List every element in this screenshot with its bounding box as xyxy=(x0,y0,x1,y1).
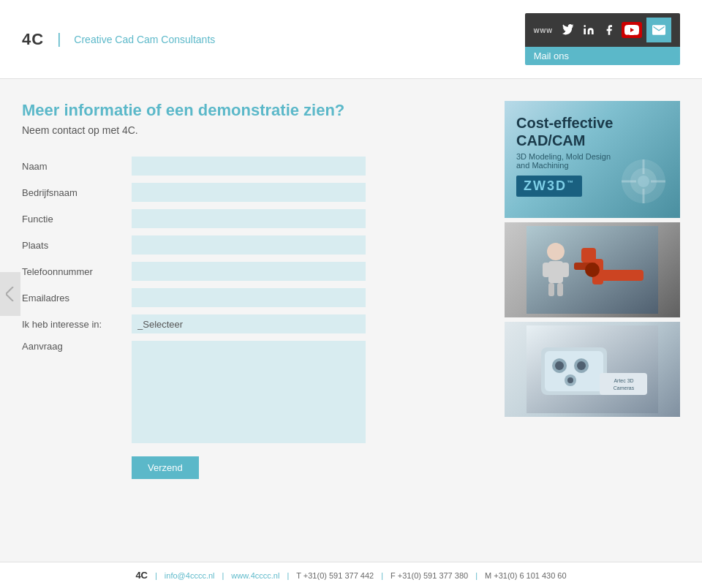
robot-arm-image xyxy=(505,222,680,317)
machinery-illustration xyxy=(614,152,673,211)
svg-rect-17 xyxy=(562,263,569,277)
label-interesse: Ik heb interesse in: xyxy=(22,319,132,330)
logo-divider: | xyxy=(57,31,61,48)
robot-arm-svg xyxy=(526,226,658,314)
mail-icon-button[interactable] xyxy=(646,18,671,42)
header: 4C | Creative Cad Cam Consultants www xyxy=(0,0,702,79)
submit-button[interactable]: Verzend xyxy=(132,456,199,479)
footer-phone-f: F +31(0) 591 377 380 xyxy=(390,571,468,580)
right-sidebar: Cost-effective CAD/CAM 3D Modeling, Mold… xyxy=(505,101,680,479)
form-row-plaats: Plaats xyxy=(22,235,483,255)
product-svg: Artec 3D Cameras xyxy=(526,325,658,413)
label-functie: Functie xyxy=(22,214,132,225)
svg-point-0 xyxy=(584,25,586,27)
svg-rect-29 xyxy=(600,373,647,395)
form-row-bedrijfsnaam: Bedrijfsnaam xyxy=(22,183,483,202)
footer-website[interactable]: www.4cccc.nl xyxy=(231,571,279,580)
social-bar: www Mail ons xyxy=(525,13,680,65)
svg-point-28 xyxy=(567,377,573,383)
footer-divider-1: | xyxy=(155,571,157,580)
svg-point-3 xyxy=(638,176,649,187)
footer-divider-5: | xyxy=(475,571,478,580)
textarea-aanvraag[interactable] xyxy=(132,341,366,443)
footer-email[interactable]: info@4cccc.nl xyxy=(165,571,215,580)
main-content: Meer informatie of een demonstratie zien… xyxy=(0,79,702,494)
svg-text:Cameras: Cameras xyxy=(614,385,635,391)
zw3d-logo: ZW3D™ xyxy=(516,176,582,197)
twitter-icon[interactable] xyxy=(560,22,576,38)
svg-rect-19 xyxy=(557,283,563,296)
svg-point-14 xyxy=(547,243,565,260)
footer-divider-2: | xyxy=(222,571,224,580)
input-bedrijfsnaam[interactable] xyxy=(132,183,366,202)
left-nav-arrow[interactable] xyxy=(0,272,20,316)
mail-ons-label: Mail ons xyxy=(534,50,569,61)
footer-divider-4: | xyxy=(381,571,383,580)
svg-rect-16 xyxy=(543,263,550,277)
youtube-icon[interactable] xyxy=(622,22,642,38)
form-row-aanvraag: Aanvraag xyxy=(22,341,483,443)
form-row-interesse: Ik heb interesse in: _Selecteer ZW3D Dem… xyxy=(22,314,483,333)
promo-box: Cost-effective CAD/CAM 3D Modeling, Mold… xyxy=(505,101,680,218)
linkedin-icon[interactable] xyxy=(581,22,597,38)
footer-phone-m: M +31(0) 6 101 430 60 xyxy=(485,571,567,580)
svg-point-13 xyxy=(585,263,600,277)
social-icons-row: www xyxy=(525,13,680,47)
form-row-emailadres: Emailadres xyxy=(22,288,483,307)
input-functie[interactable] xyxy=(132,209,366,228)
page-subtitle: Neem contact op met 4C. xyxy=(22,124,483,136)
label-telefoonnummer: Telefoonnummer xyxy=(22,266,132,277)
label-plaats: Plaats xyxy=(22,240,132,251)
svg-rect-9 xyxy=(600,270,644,281)
logo-4c: 4C xyxy=(22,30,44,49)
label-emailadres: Emailadres xyxy=(22,293,132,304)
promo-title-line1: Cost-effective CAD/CAM xyxy=(516,114,668,149)
footer-logo: 4C xyxy=(135,570,148,581)
form-row-functie: Functie xyxy=(22,209,483,228)
form-section: Meer informatie of een demonstratie zien… xyxy=(22,101,483,479)
svg-point-24 xyxy=(555,361,564,370)
label-bedrijfsnaam: Bedrijfsnaam xyxy=(22,187,132,198)
form-row-telefoonnummer: Telefoonnummer xyxy=(22,262,483,281)
svg-point-26 xyxy=(577,361,586,370)
footer: 4C | info@4cccc.nl | www.4cccc.nl | T +3… xyxy=(0,562,702,588)
svg-rect-11 xyxy=(581,248,596,263)
input-emailadres[interactable] xyxy=(132,288,366,307)
label-aanvraag: Aanvraag xyxy=(22,341,132,352)
product-image: Artec 3D Cameras xyxy=(505,322,680,417)
www-label: www xyxy=(534,22,556,38)
footer-divider-3: | xyxy=(287,571,289,580)
logo-text: Creative Cad Cam Consultants xyxy=(74,34,215,45)
select-interesse[interactable]: _Selecteer ZW3D Demonstratie Overig xyxy=(132,314,366,333)
input-naam[interactable] xyxy=(132,157,366,176)
svg-text:Artec 3D: Artec 3D xyxy=(614,378,633,383)
svg-rect-18 xyxy=(548,283,554,296)
label-naam: Naam xyxy=(22,161,132,172)
page-title: Meer informatie of een demonstratie zien… xyxy=(22,101,483,120)
svg-rect-22 xyxy=(545,351,603,391)
mail-ons-bar[interactable]: Mail ons xyxy=(525,47,680,65)
form-row-naam: Naam xyxy=(22,157,483,176)
input-plaats[interactable] xyxy=(132,235,366,255)
footer-phone-t: T +31(0) 591 377 442 xyxy=(296,571,374,580)
header-left: 4C | Creative Cad Cam Consultants xyxy=(22,30,215,49)
facebook-icon[interactable] xyxy=(601,22,617,38)
input-telefoonnummer[interactable] xyxy=(132,262,366,281)
svg-rect-15 xyxy=(548,261,563,283)
